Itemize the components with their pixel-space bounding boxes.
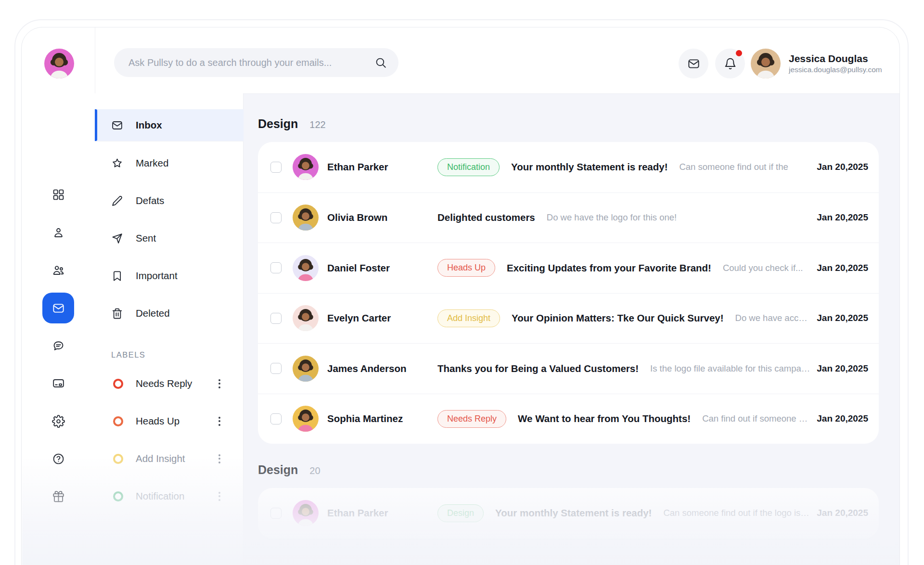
email-row[interactable]: Ethan ParkerDesignYour monthly Statement… [258, 488, 879, 539]
sidebar-item-inbox[interactable]: Inbox [95, 109, 244, 141]
email-label-badge: Needs Reply [437, 410, 506, 428]
sender-name: Ethan Parker [327, 507, 437, 519]
section-header: Design20 [258, 463, 879, 481]
email-checkbox[interactable] [270, 413, 282, 424]
kebab-menu-icon[interactable] [217, 490, 222, 503]
rail-item-chat[interactable] [48, 335, 69, 356]
email-date: Jan 20,2025 [817, 363, 868, 374]
kebab-menu-icon[interactable] [217, 415, 222, 428]
sidebar-item-defats[interactable]: Defats [95, 185, 244, 217]
email-list-card: Ethan ParkerDesignYour monthly Statement… [258, 488, 879, 539]
rail-item-gift[interactable] [48, 486, 69, 507]
email-checkbox[interactable] [270, 262, 282, 273]
label-color-ring-icon [113, 491, 123, 501]
rail-item-card[interactable] [48, 372, 69, 394]
section-header: Design122 [258, 117, 879, 135]
label-color-ring-icon [113, 454, 123, 464]
email-checkbox[interactable] [270, 212, 282, 223]
pencil-icon [111, 195, 123, 207]
email-subject: Thanks you for Being a Valued Customers! [437, 363, 639, 374]
rail-item-user[interactable] [48, 222, 69, 243]
email-preview: Do we have access ... [735, 313, 810, 323]
user-icon [52, 226, 65, 239]
rail-item-settings[interactable] [48, 411, 69, 432]
rail-item-help[interactable] [48, 448, 69, 469]
label-text: Notification [136, 490, 204, 502]
vertical-divider [95, 27, 95, 93]
label-item-heads-up[interactable]: Heads Up [95, 408, 244, 435]
star-icon [111, 157, 123, 169]
mail-icon [687, 57, 700, 70]
notification-dot [736, 50, 742, 56]
email-date: Jan 20,2025 [817, 508, 868, 518]
kebab-menu-icon[interactable] [217, 452, 222, 465]
card-icon [52, 377, 65, 390]
email-date: Jan 20,2025 [817, 313, 868, 323]
sidebar-item-marked[interactable]: Marked [95, 147, 244, 179]
sidebar-item-deleted[interactable]: Deleted [95, 297, 244, 329]
search-bar[interactable] [114, 48, 398, 77]
sender-avatar [293, 154, 319, 180]
sender-name: Sophia Martinez [327, 413, 437, 424]
sender-avatar [293, 500, 319, 526]
email-label-badge: Heads Up [437, 259, 495, 277]
email-subject: Your monthly Statement is ready! [495, 507, 652, 519]
email-preview: Do we have the logo for this one! [547, 212, 810, 223]
send-icon [111, 232, 123, 244]
email-subject: Exciting Updates from your Favorite Bran… [507, 262, 711, 274]
email-checkbox[interactable] [270, 162, 282, 173]
email-row[interactable]: Olivia BrownDelighted customersDo we hav… [258, 193, 879, 243]
email-subject: Your monthly Statement is ready! [511, 161, 667, 173]
search-icon[interactable] [374, 56, 387, 69]
sender-name: James Anderson [327, 363, 437, 374]
email-row[interactable]: Sophia MartinezNeeds ReplyWe Want to hea… [258, 394, 879, 444]
email-checkbox[interactable] [270, 313, 282, 324]
label-item-notification[interactable]: Notification [95, 483, 244, 510]
sender-name: Olivia Brown [327, 212, 437, 223]
email-checkbox[interactable] [270, 363, 282, 374]
sender-avatar [293, 406, 319, 432]
sidebar-item-label: Inbox [136, 119, 162, 131]
trash-icon [111, 308, 123, 320]
rail-item-users[interactable] [48, 259, 69, 281]
label-item-add-insight[interactable]: Add Insight [95, 445, 244, 472]
rail-item-mail[interactable] [42, 293, 74, 323]
rail-item-dashboard[interactable] [48, 184, 69, 205]
sidebar-item-sent[interactable]: Sent [95, 222, 244, 254]
label-item-needs-reply[interactable]: Needs Reply [95, 370, 244, 397]
search-input[interactable] [128, 57, 374, 69]
email-row[interactable]: Daniel FosterHeads UpExciting Updates fr… [258, 243, 879, 293]
chat-icon [52, 339, 65, 352]
email-checkbox[interactable] [270, 508, 282, 519]
sender-name: Daniel Foster [327, 262, 437, 274]
email-row[interactable]: Ethan ParkerNotificationYour monthly Sta… [258, 142, 879, 193]
label-color-ring-icon [113, 379, 123, 389]
email-row[interactable]: Evelyn CarterAdd InsightYour Opinion Mat… [258, 293, 879, 344]
email-date: Jan 20,2025 [817, 263, 868, 273]
section-count: 20 [309, 465, 320, 476]
gift-icon [52, 490, 65, 503]
email-row[interactable]: James AndersonThanks you for Being a Val… [258, 343, 879, 394]
label-text: Heads Up [136, 415, 204, 427]
sidebar-item-important[interactable]: Important [95, 260, 244, 292]
sidebar-item-label: Sent [136, 232, 156, 244]
kebab-menu-icon[interactable] [217, 377, 222, 390]
user-profile[interactable]: Jessica Douglas jessica.douglas@pullsy.c… [751, 49, 882, 78]
sender-name: Evelyn Carter [327, 312, 437, 324]
email-date: Jan 20,2025 [817, 212, 868, 223]
top-bar: Jessica Douglas jessica.douglas@pullsy.c… [22, 27, 899, 93]
mail-icon [111, 119, 123, 131]
dashboard-icon [52, 188, 65, 201]
email-subject: Delighted customers [437, 212, 535, 223]
workspace-avatar[interactable] [44, 49, 74, 78]
label-text: Needs Reply [136, 378, 204, 389]
notifications-button[interactable] [715, 49, 745, 78]
messages-button[interactable] [679, 49, 708, 78]
sender-name: Ethan Parker [327, 161, 437, 173]
app-window: Jessica Douglas jessica.douglas@pullsy.c… [21, 27, 900, 565]
email-preview: Could you check if... [723, 263, 810, 273]
users-icon [52, 264, 65, 277]
sidebar-item-label: Marked [136, 157, 168, 169]
mail-icon [52, 302, 65, 315]
email-date: Jan 20,2025 [817, 162, 868, 172]
